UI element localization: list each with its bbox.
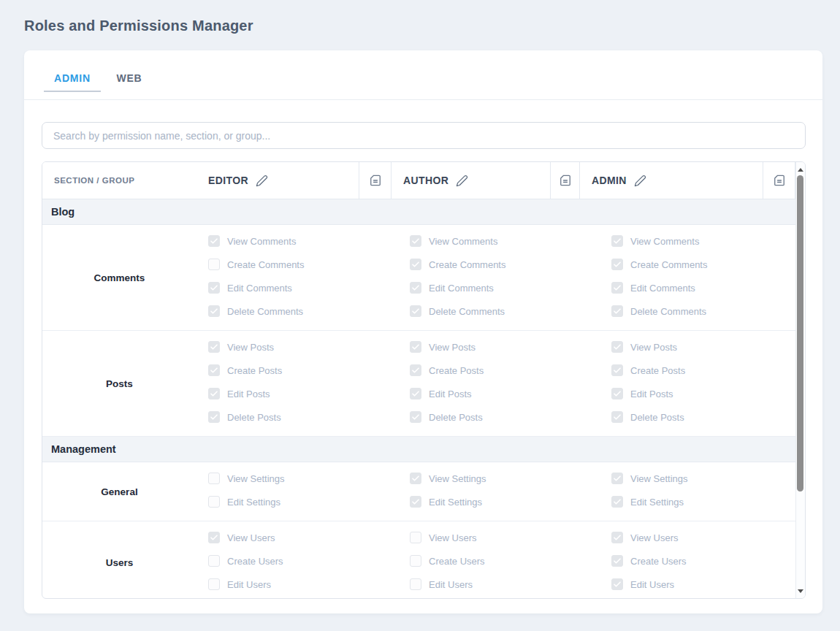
permission-checkbox[interactable] bbox=[611, 235, 623, 247]
permission-checkbox[interactable] bbox=[208, 259, 220, 270]
permission-item[interactable]: View Settings bbox=[611, 471, 795, 486]
permission-item[interactable]: Edit Posts bbox=[611, 386, 795, 401]
permission-label: View Settings bbox=[227, 473, 285, 484]
permission-item[interactable]: Create Users bbox=[410, 554, 600, 568]
permission-checkbox[interactable] bbox=[208, 388, 220, 399]
permission-checkbox[interactable] bbox=[208, 473, 220, 484]
permission-checkbox[interactable] bbox=[208, 282, 220, 294]
permission-checkbox[interactable] bbox=[208, 411, 220, 423]
permissions-cell-author: View CommentsCreate CommentsEdit Comment… bbox=[398, 225, 600, 330]
permission-item[interactable]: Edit Posts bbox=[410, 386, 600, 401]
permission-checkbox[interactable] bbox=[410, 388, 421, 399]
permission-item[interactable]: Delete Posts bbox=[611, 410, 795, 424]
permission-checkbox[interactable] bbox=[611, 282, 623, 294]
permission-checkbox[interactable] bbox=[611, 411, 623, 423]
permission-item[interactable]: Delete Posts bbox=[410, 410, 600, 424]
permission-item[interactable]: View Posts bbox=[208, 340, 398, 354]
permission-checkbox[interactable] bbox=[611, 496, 623, 508]
permission-item[interactable]: Create Posts bbox=[410, 363, 600, 378]
permission-label: View Users bbox=[227, 532, 275, 543]
permission-checkbox[interactable] bbox=[410, 578, 421, 590]
permission-checkbox[interactable] bbox=[410, 532, 421, 543]
permission-checkbox[interactable] bbox=[208, 305, 220, 317]
permission-checkbox[interactable] bbox=[410, 235, 421, 247]
permission-checkbox[interactable] bbox=[410, 282, 421, 294]
permission-item[interactable]: Edit Comments bbox=[611, 280, 795, 295]
permission-label: Edit Users bbox=[429, 579, 473, 590]
permission-label: Delete Posts bbox=[630, 412, 684, 423]
scrollbar-thumb[interactable] bbox=[797, 175, 803, 492]
permission-checkbox[interactable] bbox=[410, 496, 421, 508]
page: Roles and Permissions Manager ADMIN WEB … bbox=[0, 0, 840, 613]
permission-item[interactable]: View Posts bbox=[611, 340, 795, 354]
role-summary-button[interactable] bbox=[359, 162, 392, 199]
permission-checkbox[interactable] bbox=[410, 305, 421, 317]
tab-web[interactable]: WEB bbox=[101, 62, 158, 91]
permission-item[interactable]: Edit Settings bbox=[410, 494, 600, 509]
permission-checkbox[interactable] bbox=[410, 411, 421, 423]
permission-item[interactable]: Edit Settings bbox=[208, 494, 398, 509]
permission-item[interactable]: Edit Comments bbox=[410, 280, 600, 295]
permission-item[interactable]: Create Comments bbox=[611, 257, 795, 272]
permission-checkbox[interactable] bbox=[611, 532, 623, 543]
permission-checkbox[interactable] bbox=[611, 555, 623, 567]
permission-item[interactable]: View Users bbox=[410, 530, 600, 545]
permission-checkbox[interactable] bbox=[611, 578, 623, 590]
permission-item[interactable]: Create Posts bbox=[611, 363, 795, 378]
permission-label: View Comments bbox=[630, 236, 699, 247]
permission-checkbox[interactable] bbox=[611, 388, 623, 399]
permission-item[interactable]: Create Posts bbox=[208, 363, 398, 378]
pencil-icon[interactable] bbox=[634, 175, 646, 187]
role-summary-button[interactable] bbox=[763, 162, 795, 199]
permission-checkbox[interactable] bbox=[208, 496, 220, 508]
permission-checkbox[interactable] bbox=[410, 364, 421, 376]
group-label-cell: Comments bbox=[42, 225, 196, 330]
permission-item[interactable]: View Settings bbox=[208, 471, 398, 486]
permission-item[interactable]: Edit Users bbox=[611, 577, 795, 592]
permission-item[interactable]: Edit Users bbox=[208, 577, 398, 592]
permission-item[interactable]: View Users bbox=[611, 530, 795, 545]
permission-checkbox[interactable] bbox=[208, 235, 220, 247]
permission-item[interactable]: View Comments bbox=[208, 234, 398, 248]
permission-item[interactable]: Delete Comments bbox=[611, 304, 795, 318]
permission-item[interactable]: View Posts bbox=[410, 340, 600, 354]
down-arrow-icon[interactable] bbox=[796, 585, 805, 597]
permission-checkbox[interactable] bbox=[611, 341, 623, 353]
permission-item[interactable]: Create Comments bbox=[208, 257, 398, 272]
permission-checkbox[interactable] bbox=[208, 341, 220, 353]
permission-label: Edit Settings bbox=[429, 497, 482, 508]
permission-item[interactable]: Create Users bbox=[208, 554, 398, 568]
permission-checkbox[interactable] bbox=[410, 259, 421, 270]
permission-checkbox[interactable] bbox=[410, 555, 421, 567]
permission-item[interactable]: Create Users bbox=[611, 554, 795, 568]
permission-checkbox[interactable] bbox=[611, 473, 623, 484]
permission-item[interactable]: Edit Users bbox=[410, 577, 600, 592]
permission-item[interactable]: Delete Comments bbox=[208, 304, 398, 318]
permission-item[interactable]: Edit Settings bbox=[611, 494, 795, 509]
permission-item[interactable]: Edit Comments bbox=[208, 280, 398, 295]
permission-checkbox[interactable] bbox=[208, 364, 220, 376]
permission-item[interactable]: Delete Comments bbox=[410, 304, 600, 318]
tab-admin[interactable]: ADMIN bbox=[44, 62, 101, 91]
permission-checkbox[interactable] bbox=[410, 473, 421, 484]
permission-checkbox[interactable] bbox=[410, 341, 421, 353]
pencil-icon[interactable] bbox=[456, 175, 468, 187]
pencil-icon[interactable] bbox=[256, 175, 268, 187]
permission-item[interactable]: View Settings bbox=[410, 471, 600, 486]
role-summary-button[interactable] bbox=[550, 162, 580, 199]
permission-checkbox[interactable] bbox=[208, 578, 220, 590]
permission-item[interactable]: View Comments bbox=[410, 234, 600, 248]
permission-checkbox[interactable] bbox=[611, 364, 623, 376]
permission-item[interactable]: Edit Posts bbox=[208, 386, 398, 401]
permission-item[interactable]: Create Comments bbox=[410, 257, 600, 272]
permission-item[interactable]: View Users bbox=[208, 530, 398, 545]
permission-checkbox[interactable] bbox=[208, 532, 220, 543]
permission-checkbox[interactable] bbox=[208, 555, 220, 567]
up-arrow-icon[interactable] bbox=[796, 164, 805, 175]
permission-checkbox[interactable] bbox=[611, 305, 623, 317]
permission-item[interactable]: Delete Posts bbox=[208, 410, 398, 424]
permission-checkbox[interactable] bbox=[611, 259, 623, 270]
vertical-scrollbar[interactable] bbox=[795, 162, 805, 598]
permission-item[interactable]: View Comments bbox=[611, 234, 795, 248]
search-input[interactable] bbox=[42, 122, 806, 149]
